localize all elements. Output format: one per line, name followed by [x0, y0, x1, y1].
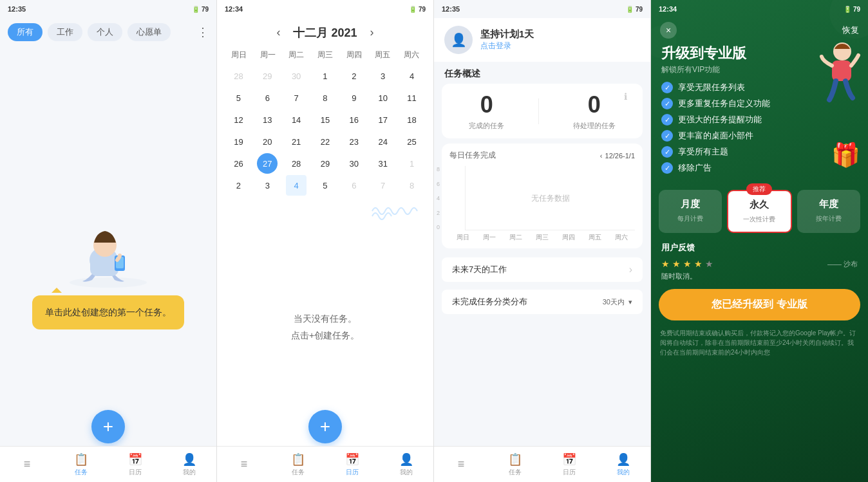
- cal-day[interactable]: 7: [286, 88, 307, 108]
- nav-profile-1[interactable]: 👤 我的: [162, 452, 216, 477]
- nav-calendar-2[interactable]: 📅 日历: [325, 452, 379, 477]
- completed-label: 完成的任务: [469, 121, 504, 131]
- speech-bubble[interactable]: 单击此处创建您的第一个任务。: [32, 295, 184, 329]
- cal-day-today[interactable]: 27: [257, 153, 278, 174]
- info-icon[interactable]: ℹ: [624, 91, 627, 102]
- nav-profile-2[interactable]: 👤 我的: [379, 452, 433, 477]
- feature-text-3: 更强大的任务提醒功能: [678, 114, 762, 125]
- cal-day[interactable]: 11: [402, 88, 422, 108]
- restore-btn[interactable]: 恢复: [842, 24, 859, 36]
- cal-day[interactable]: 8: [315, 88, 335, 108]
- cal-day-selected[interactable]: 4: [286, 175, 307, 196]
- cal-day[interactable]: 25: [402, 131, 422, 152]
- cal-day[interactable]: 3: [257, 175, 278, 196]
- empty-state-line1: 当天没有任务。: [294, 311, 357, 327]
- nav-calendar-3[interactable]: 📅 日历: [542, 452, 596, 477]
- filter-wishlist[interactable]: 心愿单: [127, 23, 171, 41]
- distribution-row[interactable]: 未完成任务分类分布 30天内 ▾: [442, 290, 643, 314]
- plan-yearly-billing: 按年计费: [816, 214, 842, 223]
- user-avatar[interactable]: 👤: [444, 26, 473, 54]
- reviewer-name: —— 沙布: [827, 259, 858, 269]
- nav-calendar-1[interactable]: 📅 日历: [108, 452, 162, 477]
- prev-period-icon[interactable]: ‹: [600, 152, 603, 160]
- cal-day[interactable]: 15: [315, 109, 335, 130]
- more-options-icon[interactable]: ⋮: [197, 25, 209, 39]
- cal-day[interactable]: 9: [344, 88, 364, 108]
- nav-menu-1[interactable]: ≡: [0, 458, 54, 471]
- cal-day[interactable]: 29: [257, 66, 278, 86]
- add-task-fab-2[interactable]: +: [308, 410, 342, 443]
- tasks-icon: 📋: [74, 452, 88, 467]
- chart-period[interactable]: ‹ 12/26-1/1: [600, 152, 635, 160]
- nav-profile-3[interactable]: 👤 我的: [596, 452, 650, 477]
- panel-stats: 12:35 🔋 79 👤 坚持计划1天 点击登录 任务概述 ℹ 0 完成的任务 …: [434, 0, 651, 482]
- plan-options: 月度 每月计费 推荐 永久 一次性计费 年度 按年计费: [651, 183, 868, 239]
- nav-tasks-3[interactable]: 📋 任务: [488, 452, 542, 477]
- filter-all[interactable]: 所有: [8, 23, 42, 41]
- plan-lifetime-name: 永久: [750, 199, 769, 211]
- battery-1: 🔋 79: [192, 6, 209, 13]
- panel-calendar: 12:34 🔋 79 ‹ 十二月 2021 › 周日 周一 周二 周三 周四 周…: [217, 0, 434, 482]
- person-illustration-4: [810, 39, 862, 116]
- cal-day[interactable]: 6: [344, 175, 364, 196]
- nav-menu-2[interactable]: ≡: [217, 458, 271, 471]
- cal-day[interactable]: 16: [344, 109, 364, 130]
- cal-day[interactable]: 26: [228, 153, 249, 174]
- feedback-text: 随时取消。: [651, 272, 868, 284]
- upgrade-button[interactable]: 您已经升级到 专业版: [659, 289, 860, 320]
- cal-day[interactable]: 7: [373, 175, 393, 196]
- cal-day[interactable]: 21: [286, 131, 307, 152]
- close-btn[interactable]: ×: [660, 22, 677, 39]
- time-4: 12:34: [659, 5, 677, 13]
- cal-day[interactable]: 1: [315, 66, 335, 86]
- cal-day[interactable]: 23: [344, 131, 364, 152]
- filter-work[interactable]: 工作: [48, 23, 82, 41]
- cal-day[interactable]: 5: [228, 88, 249, 108]
- pending-count: 0: [588, 91, 601, 118]
- cal-day[interactable]: 3: [373, 66, 393, 86]
- plan-monthly[interactable]: 月度 每月计费: [659, 190, 722, 233]
- nav-tasks-1[interactable]: 📋 任务: [54, 452, 108, 477]
- cal-day[interactable]: 30: [344, 153, 364, 174]
- battery-3: 🔋 79: [626, 6, 643, 13]
- cal-day[interactable]: 28: [228, 66, 249, 86]
- cal-day[interactable]: 30: [286, 66, 307, 86]
- pending-label: 待处理的任务: [573, 121, 616, 131]
- cal-day[interactable]: 19: [228, 131, 249, 152]
- next-month-btn[interactable]: ›: [365, 23, 379, 42]
- profile-icon-2: 👤: [399, 452, 413, 467]
- cal-day[interactable]: 1: [402, 153, 422, 174]
- check-icon-5: ✓: [661, 146, 673, 158]
- status-icons-4: 🔋 79: [844, 6, 860, 13]
- cal-day[interactable]: 5: [315, 175, 335, 196]
- cal-day[interactable]: 20: [257, 131, 278, 152]
- filter-personal[interactable]: 个人: [88, 23, 122, 41]
- nav-menu-3[interactable]: ≡: [434, 458, 488, 471]
- cal-day[interactable]: 31: [373, 153, 393, 174]
- cal-day[interactable]: 6: [257, 88, 278, 108]
- cal-day[interactable]: 14: [286, 109, 307, 130]
- feature-4: ✓ 更丰富的桌面小部件: [661, 130, 858, 142]
- plan-lifetime[interactable]: 推荐 永久 一次性计费: [727, 190, 791, 233]
- cal-day[interactable]: 29: [315, 153, 335, 174]
- cal-day[interactable]: 12: [228, 109, 249, 130]
- cal-day[interactable]: 4: [402, 66, 422, 86]
- cal-day[interactable]: 28: [286, 153, 307, 174]
- add-task-fab[interactable]: +: [91, 410, 125, 443]
- cal-day[interactable]: 24: [373, 131, 393, 152]
- nav-tasks-2[interactable]: 📋 任务: [271, 452, 325, 477]
- prev-month-btn[interactable]: ‹: [271, 23, 285, 42]
- cal-day[interactable]: 8: [402, 175, 422, 196]
- login-btn[interactable]: 点击登录: [480, 41, 534, 51]
- future-work-row[interactable]: 未来7天的工作 ›: [442, 257, 643, 282]
- plan-yearly[interactable]: 年度 按年计费: [797, 190, 860, 233]
- dropdown-icon[interactable]: ▾: [628, 298, 632, 306]
- cal-day[interactable]: 17: [373, 109, 393, 130]
- cal-day[interactable]: 18: [402, 109, 422, 130]
- plan-lifetime-billing: 一次性计费: [743, 215, 775, 224]
- cal-day[interactable]: 10: [373, 88, 393, 108]
- cal-day[interactable]: 22: [315, 131, 335, 152]
- cal-day[interactable]: 13: [257, 109, 278, 130]
- cal-day[interactable]: 2: [228, 175, 249, 196]
- cal-day[interactable]: 2: [344, 66, 364, 86]
